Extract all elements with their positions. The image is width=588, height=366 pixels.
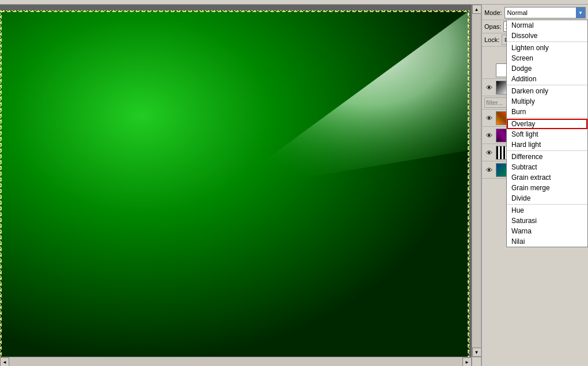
eye-icon-main[interactable]: 👁 [483,82,495,93]
blend-item-screen[interactable]: Screen [507,53,587,63]
blend-item-addition[interactable]: Addition [507,74,587,84]
blend-item-dissolve[interactable]: Dissolve [507,31,587,41]
blend-item-divide[interactable]: Divide [507,193,587,203]
blend-separator [507,85,587,85]
blend-item-hard-light[interactable]: Hard light [507,139,587,150]
canvas-content [0,10,469,360]
eye-icon-blinds[interactable]: 👁 [483,147,495,159]
mode-label: Mode: [484,9,502,16]
green-canvas[interactable] [0,10,469,360]
blend-item-overlay[interactable]: Overlay [507,119,587,129]
horizontal-scrollbar[interactable]: ◄ ► [0,357,472,366]
canvas-svg [1,11,469,360]
right-panel: Mode: Normal ▼ Opas: Lock: ⊠ ✛ NormalDis… [481,5,588,366]
blend-item-soft-light[interactable]: Soft light [507,129,587,139]
blend-item-warna[interactable]: Warna [507,226,587,236]
canvas-area: ▲ ▼ ◄ ► [0,5,481,366]
blend-item-difference[interactable]: Difference [507,152,587,162]
main-area: ▲ ▼ ◄ ► Mode: Normal ▼ Opas: Lock: [0,5,588,366]
scroll-left-button[interactable]: ◄ [0,357,9,366]
scroll-right-button[interactable]: ► [462,357,472,366]
mode-dropdown[interactable]: Normal ▼ [504,7,586,18]
blend-separator [507,204,587,205]
blend-item-burn[interactable]: Burn [507,107,587,117]
eye-icon-aneurism[interactable]: 👁 [483,130,495,141]
opacity-label: Opas: [484,23,501,30]
scroll-track[interactable] [472,14,481,348]
vertical-scrollbar[interactable]: ▲ ▼ [472,5,481,357]
blend-mode-dropdown[interactable]: NormalDissolveLighten onlyScreenDodgeAdd… [506,20,588,247]
eye-icon-abstract[interactable]: 👁 [483,112,495,124]
blend-item-grain-extract[interactable]: Grain extract [507,172,587,183]
mode-value: Normal [507,9,576,16]
blend-item-lighten-only[interactable]: Lighten only [507,43,587,53]
blend-item-nilai[interactable]: Nilai [507,236,587,247]
blend-item-darken-only[interactable]: Darken only [507,86,587,96]
scroll-up-button[interactable]: ▲ [472,5,481,14]
blend-item-saturasi[interactable]: Saturasi [507,216,587,226]
blend-item-normal[interactable]: Normal [507,20,587,31]
blend-separator [507,118,587,118]
blend-item-hue[interactable]: Hue [507,205,587,216]
blend-item-dodge[interactable]: Dodge [507,63,587,74]
scroll-down-button[interactable]: ▼ [472,348,481,357]
blend-item-multiply[interactable]: Multiply [507,96,587,107]
mode-row: Mode: Normal ▼ [482,5,588,20]
eye-icon-bluegreen[interactable]: 👁 [483,164,495,176]
blend-separator [507,150,587,151]
blend-item-subtract[interactable]: Subtract [507,162,587,172]
dropdown-arrow[interactable]: ▼ [576,7,585,18]
blend-item-grain-merge[interactable]: Grain merge [507,183,587,193]
eye-icon-blank[interactable] [483,65,495,76]
scroll-corner [472,357,481,366]
blend-separator [507,41,587,42]
top-bar [0,0,588,5]
lock-label: Lock: [484,36,499,43]
h-scroll-track[interactable] [9,357,462,366]
